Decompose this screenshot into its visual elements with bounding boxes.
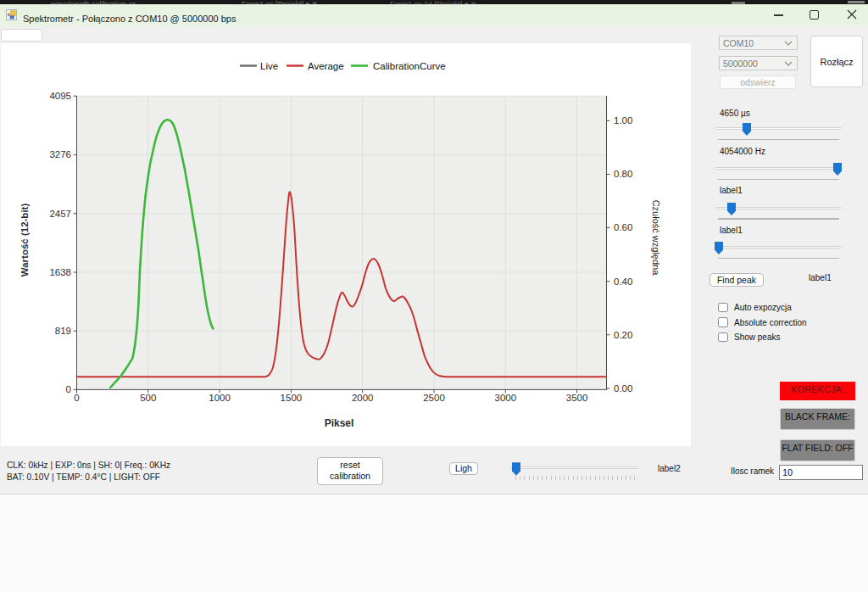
svg-text:Live: Live	[260, 61, 278, 71]
svg-text:Average: Average	[308, 61, 344, 71]
svg-text:500: 500	[140, 393, 156, 403]
svg-text:2500: 2500	[423, 393, 445, 403]
svg-text:4095: 4095	[49, 91, 71, 101]
svg-text:2000: 2000	[352, 393, 374, 403]
svg-text:819: 819	[55, 326, 71, 336]
svg-text:0.40: 0.40	[614, 276, 632, 287]
svg-text:Czułość względna: Czułość względna	[651, 200, 661, 276]
svg-text:Piksel: Piksel	[325, 417, 354, 429]
svg-text:CalibrationCurve: CalibrationCurve	[373, 61, 446, 71]
svg-text:1000: 1000	[209, 393, 231, 403]
svg-text:1638: 1638	[49, 267, 71, 277]
svg-text:0: 0	[66, 384, 71, 394]
svg-text:2457: 2457	[49, 209, 71, 219]
svg-text:1500: 1500	[281, 393, 303, 403]
svg-text:3000: 3000	[495, 393, 517, 403]
svg-text:0.80: 0.80	[614, 169, 632, 179]
svg-text:0.20: 0.20	[614, 330, 632, 340]
svg-text:3500: 3500	[566, 393, 588, 403]
svg-text:3276: 3276	[49, 149, 71, 159]
svg-text:0.60: 0.60	[614, 222, 632, 232]
svg-text:Wartość (12-bit): Wartość (12-bit)	[19, 204, 30, 277]
svg-text:0: 0	[74, 393, 79, 403]
svg-text:0.00: 0.00	[614, 383, 632, 394]
svg-text:1.00: 1.00	[614, 115, 632, 126]
